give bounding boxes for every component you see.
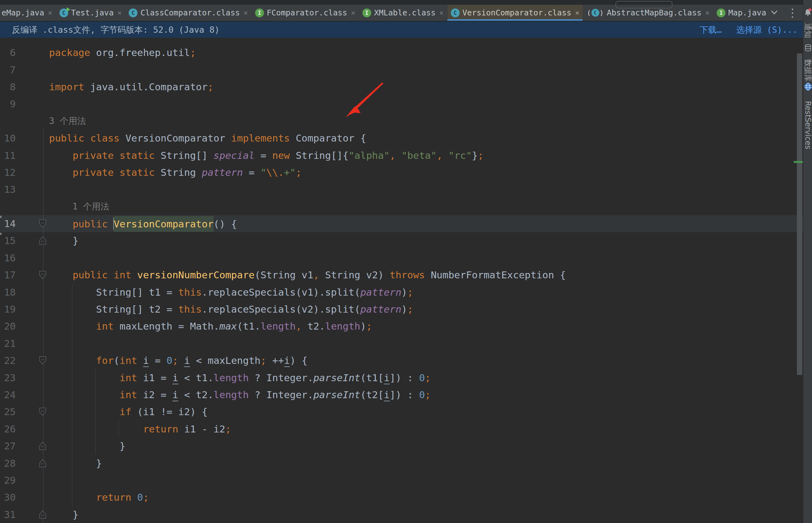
tab-label: ClassComparator.class: [140, 8, 240, 17]
code-line: 25 if (i1 != i2) {: [0, 403, 803, 420]
tab-FComparator.class[interactable]: IFComparator.class✕: [252, 5, 359, 21]
fold-end-icon[interactable]: [39, 236, 46, 245]
fold-start-icon[interactable]: [39, 408, 46, 416]
interface-icon: I: [717, 8, 725, 17]
tab-close-icon[interactable]: ✕: [351, 10, 355, 16]
fold-start-icon[interactable]: [39, 356, 46, 365]
vertical-scrollbar-thumb[interactable]: [797, 53, 802, 375]
hidden-tabs-chevron-icon[interactable]: [769, 7, 779, 19]
tab-close-icon[interactable]: ✕: [440, 10, 444, 16]
fold-column: [16, 318, 48, 335]
fold-column: [16, 44, 48, 61]
gutter: 25: [0, 403, 48, 420]
fold-column: [16, 181, 48, 198]
tab-XMLable.class[interactable]: IXMLable.class✕: [359, 5, 447, 21]
fold-column: [16, 130, 48, 147]
gutter: 11: [0, 147, 48, 164]
tab-close-icon[interactable]: ✕: [244, 10, 248, 16]
code-line: 22 for(int i = 0; i < maxLength; ++i) {: [0, 352, 803, 369]
fold-column: [16, 232, 48, 249]
tab-Test.java[interactable]: CTest.java✕: [56, 5, 125, 21]
line-number: 8: [0, 81, 16, 92]
gutter: 31: [0, 506, 48, 523]
gutter: 7: [0, 61, 48, 78]
tab-ClassComparator.class[interactable]: CClassComparator.class✕: [125, 5, 251, 21]
tab-close-icon[interactable]: ✕: [117, 10, 121, 16]
rest-services-toolbutton[interactable]: RestServices: [804, 92, 812, 158]
tab-eMap.java[interactable]: eMap.java✕: [0, 5, 56, 21]
fold-column: [16, 113, 48, 130]
code-text: return 0;: [49, 491, 149, 503]
line-number: 11: [0, 150, 16, 161]
notifications-bell-icon[interactable]: [804, 8, 812, 17]
run-widget-outline: [615, 1, 673, 8]
line-number: 16: [0, 252, 16, 264]
fold-end-icon[interactable]: [39, 510, 46, 519]
error-stripe-green-mark[interactable]: [794, 161, 803, 163]
gutter: 26: [0, 420, 48, 437]
usages-inlay-hint[interactable]: 3 个用法: [49, 116, 86, 126]
line-number: 25: [0, 406, 16, 417]
tab-close-icon[interactable]: ✕: [48, 10, 52, 16]
tab-VersionComparator.class[interactable]: CVersionComparator.class✕: [447, 5, 583, 21]
fold-end-icon[interactable]: [39, 442, 46, 450]
more-options-kebab-icon[interactable]: ⋮: [787, 7, 798, 19]
database-icon[interactable]: [804, 44, 812, 52]
gutter: 17: [0, 266, 48, 283]
banner-actions: 下载… 选择源 (S)...: [700, 24, 803, 36]
code-line: 17 public int versionNumberCompare(Strin…: [0, 266, 803, 283]
code-text: import java.util.Comparator;: [49, 81, 214, 92]
gutter: 12: [0, 164, 48, 181]
tab-close-icon[interactable]: ✕: [705, 10, 709, 16]
code-text: String[] t1 = this.replaceSpecials(v1).s…: [49, 287, 413, 298]
gutter: 6: [0, 44, 48, 61]
fold-start-icon[interactable]: [39, 271, 46, 279]
line-number: 23: [0, 372, 16, 383]
choose-sources-link[interactable]: 选择源 (S)...: [736, 24, 797, 36]
line-number: 31: [0, 509, 16, 520]
gutter: 30: [0, 489, 48, 506]
code-text: public class VersionComparator implement…: [49, 132, 366, 144]
code-text: String[] t2 = this.replaceSpecials(v2).s…: [49, 304, 413, 315]
rest-services-globe-icon[interactable]: [804, 83, 812, 91]
code-text: private static String[] special = new St…: [49, 150, 483, 161]
code-line: 13: [0, 181, 803, 198]
code-line: 11 private static String[] special = new…: [0, 147, 803, 164]
fold-column: [16, 369, 48, 386]
fold-end-icon[interactable]: [39, 459, 46, 467]
usages-inlay-hint[interactable]: 1 个用法: [72, 201, 109, 212]
fold-column: [16, 198, 48, 215]
right-tool-window-bar: 通知 数据库 RestServices: [803, 0, 812, 523]
gutter: 21: [0, 335, 48, 352]
editor-tab-bar: eMap.java✕CTest.java✕CClassComparator.cl…: [0, 5, 803, 21]
code-line: 20 int maxLength = Math.max(t1.length, t…: [0, 318, 803, 335]
tab-Map.java[interactable]: IMap.java✕: [713, 5, 769, 21]
fold-column: [16, 489, 48, 506]
gutter: 19: [0, 301, 48, 318]
tab-label: eMap.java: [2, 8, 44, 17]
code-text: return i1 - i2;: [49, 423, 231, 435]
code-line: 27 }: [0, 437, 803, 454]
code-text: if (i1 != i2) {: [49, 406, 208, 417]
line-number: 6: [0, 47, 16, 58]
interface-icon: I: [255, 8, 264, 17]
code-text: }: [49, 440, 125, 452]
line-number: 21: [0, 338, 16, 349]
gutter-edge-mark: [0, 233, 2, 235]
gutter: 13: [0, 181, 48, 198]
tab-close-icon[interactable]: ✕: [575, 10, 579, 16]
fold-column: [16, 352, 48, 369]
notifications-toolbutton[interactable]: 通知: [804, 18, 812, 43]
line-number: 15: [0, 235, 16, 246]
download-sources-link[interactable]: 下载…: [700, 24, 722, 36]
runnable-class-icon: C: [59, 8, 68, 17]
tab-label: Test.java: [71, 8, 113, 17]
fold-column: [16, 472, 48, 489]
code-line: 28 }: [0, 454, 803, 471]
gutter: 24: [0, 386, 48, 403]
tab-bar-actions: ⋮: [769, 5, 803, 21]
code-line: 19 String[] t2 = this.replaceSpecials(v2…: [0, 301, 803, 318]
fold-start-icon[interactable]: [39, 219, 46, 228]
code-line: 21: [0, 335, 803, 352]
fold-column: [16, 335, 48, 352]
